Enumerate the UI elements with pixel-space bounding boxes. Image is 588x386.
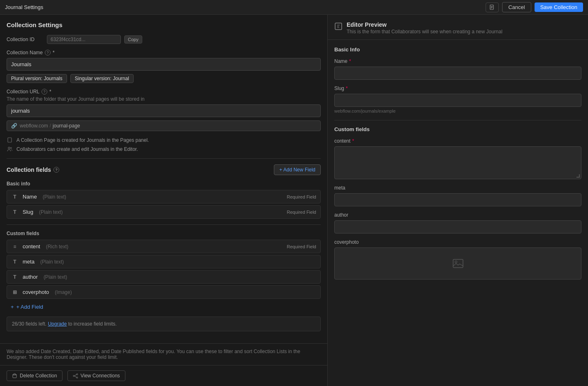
delete-collection-button[interactable]: Delete Collection bbox=[7, 370, 63, 381]
preview-name-label: Name * bbox=[334, 58, 581, 64]
field-name: meta bbox=[23, 259, 35, 265]
preview-meta-input[interactable] bbox=[334, 193, 581, 206]
preview-name-input[interactable] bbox=[334, 67, 581, 80]
singular-value: Journal bbox=[113, 76, 129, 81]
collection-url-desc: The name of the folder that your Journal… bbox=[7, 96, 321, 102]
field-name: Name bbox=[23, 194, 37, 200]
preview-url-hint: webflow.com/journals/example bbox=[334, 109, 581, 113]
editor-preview-icon bbox=[334, 22, 343, 32]
collection-name-help-icon[interactable]: ? bbox=[45, 50, 51, 55]
url-preview-base: webflow.com bbox=[20, 123, 48, 129]
preview-coverphoto-input[interactable] bbox=[334, 247, 581, 280]
field-type-icon: T bbox=[11, 259, 19, 265]
add-field-link[interactable]: + + Add Field bbox=[7, 300, 321, 313]
preview-custom-fields-title: Custom fields bbox=[334, 126, 581, 132]
preview-author-input[interactable] bbox=[334, 220, 581, 233]
add-field-plus: + bbox=[11, 304, 14, 310]
plural-label: Plural version: bbox=[11, 76, 42, 81]
collection-url-help-icon[interactable]: ? bbox=[42, 89, 47, 95]
preview-content-label: content * bbox=[334, 138, 581, 144]
topbar: Journal Settings Cancel Save Collection bbox=[0, 0, 588, 15]
url-sep1: / bbox=[50, 123, 51, 129]
field-name: author bbox=[23, 274, 38, 280]
info-item-2: Collaborators can create and edit Journa… bbox=[7, 146, 321, 153]
collection-name-label-row: Collection Name ? * bbox=[7, 50, 321, 55]
preview-custom-divider bbox=[334, 120, 581, 120]
view-connections-button[interactable]: View Connections bbox=[67, 370, 125, 381]
topbar-title: Journal Settings bbox=[5, 4, 43, 10]
custom-field-item[interactable]: T author (Plain text) bbox=[7, 270, 321, 284]
field-name: Slug bbox=[23, 209, 33, 215]
custom-field-item[interactable]: ≡ content (Rich text) Required Field bbox=[7, 240, 321, 253]
field-item-left: T Slug (Plain text) bbox=[11, 209, 63, 215]
field-type-icon: ⊞ bbox=[11, 289, 19, 295]
field-name: content bbox=[23, 243, 40, 250]
collection-id-label: Collection ID bbox=[7, 37, 44, 42]
preview-meta-label-text: meta bbox=[334, 185, 345, 191]
basic-field-item[interactable]: T Slug (Plain text) Required Field bbox=[7, 205, 321, 219]
field-badge: Required Field bbox=[287, 244, 316, 249]
left-panel: Collection Settings Collection ID 6323f4… bbox=[0, 15, 328, 386]
svg-rect-4 bbox=[8, 138, 12, 142]
fields-help-icon[interactable]: ? bbox=[53, 167, 59, 173]
field-type: (Plain text) bbox=[43, 194, 66, 200]
plural-value: Journals bbox=[44, 76, 62, 81]
url-preview-slug-text: journal-page bbox=[53, 123, 80, 129]
preview-slug-label-text: Slug bbox=[334, 86, 344, 91]
info-text-2: Collaborators can create and edit Journa… bbox=[16, 146, 138, 152]
basic-info-group-title: Basic info bbox=[7, 181, 321, 187]
document-icon bbox=[489, 5, 495, 10]
collection-id-row: Collection ID 6323f4cc31cd... Copy bbox=[7, 35, 321, 44]
info-list: A Collection Page is created for Journal… bbox=[7, 137, 321, 153]
main-layout: Collection Settings Collection ID 6323f4… bbox=[0, 15, 588, 386]
basic-field-item[interactable]: T Name (Plain text) Required Field bbox=[7, 190, 321, 203]
copy-id-button[interactable]: Copy bbox=[124, 35, 142, 44]
cancel-button[interactable]: Cancel bbox=[502, 2, 531, 12]
field-type: (Plain text) bbox=[44, 274, 67, 280]
fields-limit-banner: 26/30 fields left. Upgrade to increase f… bbox=[7, 317, 321, 331]
collection-url-input[interactable] bbox=[7, 104, 321, 117]
fields-title: Collection fields ? bbox=[7, 166, 59, 173]
page-icon bbox=[7, 137, 13, 143]
editor-preview-text: Editor Preview This is the form that Col… bbox=[347, 21, 502, 35]
field-badge: Required Field bbox=[287, 194, 316, 199]
footer-note: We also added Date Created, Date Edited,… bbox=[0, 343, 327, 365]
collection-name-input[interactable] bbox=[7, 58, 321, 71]
document-button[interactable] bbox=[486, 2, 499, 12]
preview-name-label-text: Name bbox=[334, 58, 347, 64]
url-preview: 🔗 webflow.com / journal-page bbox=[7, 120, 321, 131]
preview-author-field: author bbox=[334, 212, 581, 233]
field-badge: Required Field bbox=[287, 210, 316, 215]
preview-slug-required: * bbox=[346, 86, 348, 91]
field-type-icon: T bbox=[11, 209, 19, 215]
collection-name-required: * bbox=[53, 50, 55, 55]
preview-coverphoto-field: coverphoto bbox=[334, 239, 581, 280]
upgrade-link[interactable]: Upgrade bbox=[48, 321, 67, 327]
fields-title-text: Collection fields bbox=[7, 166, 51, 173]
preview-content: Basic Info Name * Slug * webflow.com/jou… bbox=[328, 40, 588, 292]
delete-label: Delete Collection bbox=[20, 373, 57, 379]
field-name: coverphoto bbox=[23, 289, 49, 295]
save-collection-button[interactable]: Save Collection bbox=[535, 2, 583, 12]
preview-slug-input[interactable] bbox=[334, 94, 581, 107]
topbar-actions: Cancel Save Collection bbox=[486, 2, 583, 12]
custom-field-item[interactable]: ⊞ coverphoto (Image) bbox=[7, 285, 321, 299]
field-item-left: T Name (Plain text) bbox=[11, 194, 66, 200]
right-panel: Editor Preview This is the form that Col… bbox=[328, 15, 588, 386]
version-pills: Plural version: Journals Singular versio… bbox=[7, 74, 321, 83]
custom-field-item[interactable]: T meta (Plain text) bbox=[7, 255, 321, 268]
preview-content-textarea[interactable] bbox=[334, 146, 581, 179]
add-new-field-button[interactable]: + Add New Field bbox=[274, 164, 321, 175]
preview-basic-info-title: Basic Info bbox=[334, 46, 581, 53]
collection-url-label-row: Collection URL ? * bbox=[7, 89, 321, 95]
preview-author-label-text: author bbox=[334, 212, 348, 218]
basic-fields-list: T Name (Plain text) Required Field T Slu… bbox=[7, 190, 321, 219]
svg-line-12 bbox=[74, 374, 76, 376]
upgrade-suffix: to increase field limits. bbox=[68, 321, 117, 327]
fields-header: Collection fields ? + Add New Field bbox=[7, 164, 321, 175]
trash-icon bbox=[12, 373, 17, 379]
custom-fields-list: ≡ content (Rich text) Required Field T m… bbox=[7, 240, 321, 299]
editor-preview-title: Editor Preview bbox=[347, 21, 502, 28]
left-content: Collection Settings Collection ID 6323f4… bbox=[0, 15, 327, 343]
svg-point-9 bbox=[73, 375, 74, 377]
